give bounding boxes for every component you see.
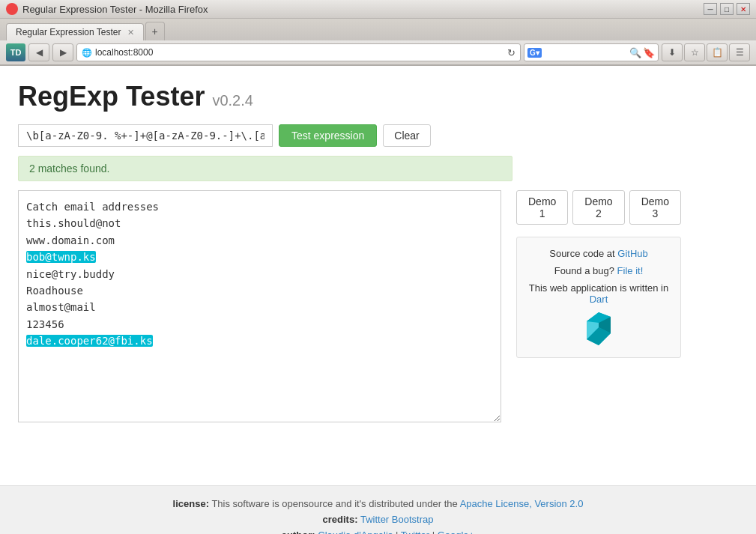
license-line: license: This software is opensource and… — [12, 498, 744, 509]
nav-right-icons: ⬇ ☆ 📋 ☰ — [662, 43, 750, 61]
dart-text: This web application is written in — [529, 282, 668, 294]
text-line-9: dale.cooper62@fbi.ks — [26, 333, 493, 349]
star-icon[interactable]: ☆ — [684, 43, 705, 61]
text-line-7: almost@mail — [26, 299, 493, 315]
app-title: RegExp Tester v0.2.4 — [18, 81, 738, 112]
claudio-link[interactable]: Claudio d'Angelis — [318, 530, 393, 534]
close-button[interactable]: ✕ — [737, 3, 750, 15]
firefox-icon — [6, 3, 18, 15]
address-text: localhost:8000 — [95, 47, 504, 58]
clear-button[interactable]: Clear — [383, 124, 430, 147]
author-label: author: — [282, 530, 315, 534]
title-bar-left: Regular Expression Tester - Mozilla Fire… — [6, 3, 208, 15]
text-line-4: bob@twnp.ks — [26, 249, 493, 265]
text-line-6: Roadhouse — [26, 282, 493, 299]
window-controls[interactable]: ─ □ ✕ — [704, 3, 750, 15]
text-line-3: www.domain.com — [26, 232, 493, 249]
window-title: Regular Expression Tester - Mozilla Fire… — [22, 4, 208, 15]
textarea-container: Catch email addresses this.should@not ww… — [18, 190, 501, 422]
new-tab-button[interactable]: + — [145, 22, 165, 40]
navigation-bar: TD ◀ ▶ 🌐 localhost:8000 ↻ G▾ 🔍 🔖 ⬇ ☆ 📋 ☰ — [0, 40, 756, 65]
separator-2: | — [432, 530, 438, 534]
menu-icon[interactable]: ☰ — [729, 43, 750, 61]
maximize-button[interactable]: □ — [720, 3, 734, 15]
author-line: author: Claudio d'Angelis | Twitter | Go… — [12, 530, 744, 534]
dart-link[interactable]: Dart — [590, 294, 608, 305]
googleplus-link[interactable]: Google+ — [438, 530, 475, 534]
result-message: 2 matches found. — [29, 163, 109, 175]
page-content: RegExp Tester v0.2.4 Test expression Cle… — [0, 66, 756, 485]
demo1-button[interactable]: Demo 1 — [516, 190, 568, 225]
source-line: Source code at GitHub — [526, 248, 671, 259]
demo3-button[interactable]: Demo 3 — [629, 190, 681, 225]
search-bar[interactable]: G▾ 🔍 🔖 — [524, 43, 659, 61]
text-line-8: 123456 — [26, 316, 493, 333]
match-2: dale.cooper62@fbi.ks — [26, 335, 153, 347]
page-icon: 🌐 — [82, 48, 92, 58]
twitter-link[interactable]: Twitter — [401, 530, 429, 534]
demo-buttons: Demo 1 Demo 2 Demo 3 — [516, 190, 681, 225]
bug-text: Found a bug? — [554, 265, 617, 276]
sidebar-info: Source code at GitHub Found a bug? File … — [516, 237, 681, 358]
text-line-1: Catch email addresses — [26, 198, 493, 215]
download-icon[interactable]: ⬇ — [662, 43, 683, 61]
browser-chrome: Regular Expression Tester - Mozilla Fire… — [0, 0, 756, 66]
bootstrap-link[interactable]: Twitter Bootstrap — [360, 514, 434, 525]
input-row: Test expression Clear — [18, 124, 738, 147]
license-label: license: — [173, 498, 209, 509]
separator-1: | — [396, 530, 401, 534]
github-link[interactable]: GitHub — [617, 248, 647, 259]
sidebar: Demo 1 Demo 2 Demo 3 Source code at GitH… — [516, 190, 681, 358]
search-icons: 🔍 🔖 — [629, 47, 655, 58]
text-line-5: nice@try.buddy — [26, 266, 493, 282]
profile-avatar[interactable]: TD — [6, 43, 25, 61]
credits-line: credits: Twitter Bootstrap — [12, 514, 744, 525]
active-tab[interactable]: Regular Expression Tester ✕ — [6, 23, 144, 40]
app-version: v0.2.4 — [212, 92, 252, 109]
file-it-link[interactable]: File it! — [617, 265, 644, 276]
google-badge: G▾ — [527, 48, 542, 58]
credits-label: credits: — [323, 514, 358, 525]
back-button[interactable]: ◀ — [28, 43, 49, 61]
tab-bar: Regular Expression Tester ✕ + — [0, 19, 756, 40]
regex-input[interactable] — [18, 124, 273, 147]
dart-logo — [581, 311, 617, 347]
forward-button[interactable]: ▶ — [52, 43, 73, 61]
search-icon[interactable]: 🔍 — [629, 47, 641, 58]
demo2-button[interactable]: Demo 2 — [572, 190, 624, 225]
result-banner: 2 matches found. — [18, 156, 512, 181]
footer: license: This software is opensource and… — [0, 485, 756, 534]
bug-line: Found a bug? File it! — [526, 265, 671, 276]
briefcase-icon[interactable]: 📋 — [707, 43, 728, 61]
tab-close-icon[interactable]: ✕ — [127, 28, 134, 37]
bookmark-check-icon[interactable]: 🔖 — [643, 47, 655, 58]
main-layout: Catch email addresses this.should@not ww… — [18, 190, 738, 422]
match-1: bob@twnp.ks — [26, 251, 96, 263]
source-text: Source code at — [549, 248, 617, 259]
minimize-button[interactable]: ─ — [704, 3, 717, 15]
text-line-2: this.should@not — [26, 215, 493, 231]
dart-line: This web application is written in Dart — [526, 282, 671, 305]
test-expression-button[interactable]: Test expression — [279, 124, 377, 147]
tab-label: Regular Expression Tester — [16, 27, 121, 37]
title-bar: Regular Expression Tester - Mozilla Fire… — [0, 0, 756, 19]
apache-link[interactable]: Apache License, Version 2.0 — [460, 498, 584, 509]
refresh-icon[interactable]: ↻ — [507, 47, 515, 58]
test-textarea[interactable]: Catch email addresses this.should@not ww… — [18, 190, 501, 422]
license-text: This software is opensource and it's dis… — [211, 498, 459, 509]
address-bar[interactable]: 🌐 localhost:8000 ↻ — [76, 43, 521, 61]
